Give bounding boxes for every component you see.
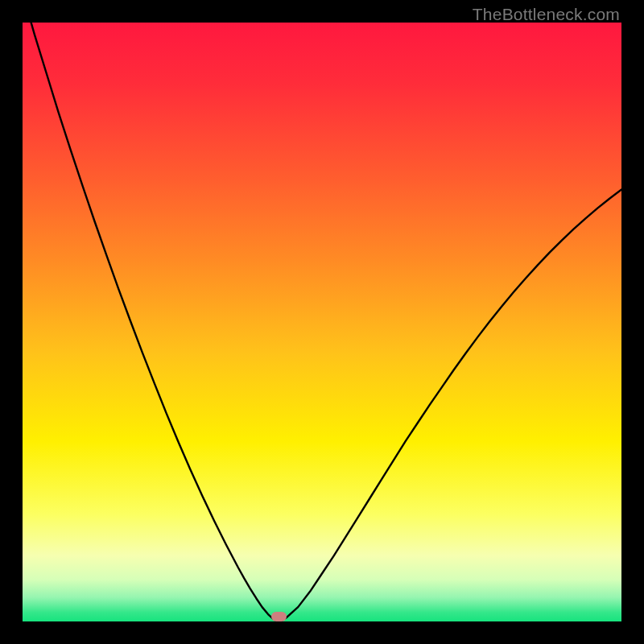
chart-frame: TheBottleneck.com bbox=[0, 0, 644, 644]
min-marker bbox=[271, 612, 287, 621]
watermark-text: TheBottleneck.com bbox=[473, 5, 620, 24]
plot-area bbox=[23, 23, 621, 621]
bottleneck-curve bbox=[23, 23, 621, 621]
